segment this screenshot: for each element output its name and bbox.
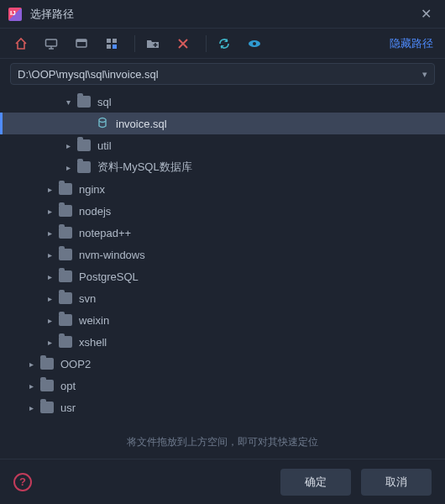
folder-icon [40,380,54,391]
chevron-right-icon[interactable]: ▸ [62,141,74,150]
close-icon[interactable]: ✕ [416,3,437,25]
drop-hint: 将文件拖放到上方空间，即可对其快速定位 [0,432,445,458]
dialog-title: 选择路径 [30,7,74,22]
file-tree[interactable]: ▾sql▸invoice.sql▸util▸资料-MySQL数据库▸nginx▸… [0,87,445,432]
svg-rect-6 [113,45,117,49]
svg-point-8 [253,42,256,45]
chevron-down-icon[interactable]: ▾ [62,97,74,107]
tree-node-label: weixin [79,314,109,327]
tree-node[interactable]: ▸weixin [0,309,445,331]
tree-node-label: nvm-windows [79,249,145,261]
tree-node-label: OOP2 [60,358,91,370]
tree-node[interactable]: ▸资料-MySQL数据库 [0,156,445,178]
tree-node[interactable]: ▸xshell [0,331,445,353]
chevron-right-icon[interactable]: ▸ [25,381,37,391]
chevron-right-icon[interactable]: ▸ [44,294,55,303]
tree-node-label: nginx [79,183,105,196]
tree-node[interactable]: ▸usr [0,396,445,418]
tree-node[interactable]: ▸OOP2 [0,353,445,375]
module-icon[interactable] [99,32,124,55]
project-icon[interactable] [69,32,94,55]
chevron-right-icon[interactable]: ▸ [44,338,55,347]
home-icon[interactable] [8,32,34,55]
folder-icon [59,270,72,282]
folder-icon [59,314,72,326]
tree-node-label: util [97,139,112,152]
refresh-icon[interactable] [212,32,237,55]
tree-node-label: sql [97,96,112,108]
chevron-right-icon[interactable]: ▸ [44,185,55,194]
tree-node[interactable]: ▸notepad++ [0,222,445,244]
folder-icon [59,205,72,217]
folder-icon [77,161,91,173]
tree-node-label: PostgreSQL [79,270,139,283]
hide-path-link[interactable]: 隐藏路径 [390,36,433,51]
dialog-footer: ? 确定 取消 [0,459,445,504]
folder-icon [40,358,54,370]
tree-node[interactable]: ▸svn [0,287,445,309]
tree-node-label: opt [60,380,76,392]
cancel-button[interactable]: 取消 [361,469,432,496]
tree-node[interactable]: ▸util [0,134,445,156]
folder-icon [40,402,54,413]
tree-node-label: nodejs [79,205,111,218]
path-input-wrap[interactable]: ▾ [10,63,435,85]
path-row: ▾ [0,59,445,87]
svg-rect-0 [46,39,57,46]
chevron-right-icon[interactable]: ▸ [62,163,74,172]
show-hidden-icon[interactable] [242,32,267,55]
chevron-down-icon[interactable]: ▾ [422,69,427,80]
tree-node-label: xshell [79,336,107,349]
chevron-right-icon[interactable]: ▸ [44,272,55,281]
title-bar: 选择路径 ✕ [0,0,445,29]
chevron-right-icon[interactable]: ▸ [44,228,55,238]
new-folder-icon[interactable] [140,32,165,55]
sql-file-icon [96,117,109,130]
svg-rect-3 [107,39,111,43]
tree-node-selected[interactable]: ▸invoice.sql [0,113,445,134]
tree-node[interactable]: ▸nodejs [0,200,445,222]
chevron-right-icon[interactable]: ▸ [25,360,37,369]
tree-node[interactable]: ▸nvm-windows [0,244,445,265]
chevron-right-icon[interactable]: ▸ [44,250,55,260]
tree-node[interactable]: ▾sql [0,91,445,113]
svg-rect-4 [113,39,117,43]
tree-node-label: usr [60,402,76,414]
folder-icon [59,292,72,304]
chevron-right-icon[interactable]: ▸ [25,403,37,412]
tree-node[interactable]: ▸nginx [0,178,445,200]
ok-button[interactable]: 确定 [280,469,351,496]
path-input[interactable] [18,68,422,81]
chevron-right-icon[interactable]: ▸ [44,207,55,216]
folder-icon [59,336,72,348]
tree-node-label: 资料-MySQL数据库 [97,160,192,175]
tree-node[interactable]: ▸opt [0,375,445,396]
folder-icon [59,249,72,260]
svg-rect-5 [107,45,111,49]
folder-icon [59,183,72,195]
folder-icon [59,227,72,239]
help-icon[interactable]: ? [13,473,32,491]
svg-rect-2 [76,39,86,42]
desktop-icon[interactable] [39,32,64,55]
tree-node-label: notepad++ [79,227,131,239]
chevron-right-icon[interactable]: ▸ [44,316,55,325]
tree-node-label: svn [79,292,96,305]
app-icon [8,8,22,21]
toolbar: 隐藏路径 [0,29,445,59]
tree-node[interactable]: ▸PostgreSQL [0,265,445,287]
folder-icon [77,139,91,151]
folder-icon [77,96,91,108]
delete-icon[interactable] [170,32,196,55]
tree-node-label: invoice.sql [116,118,167,130]
